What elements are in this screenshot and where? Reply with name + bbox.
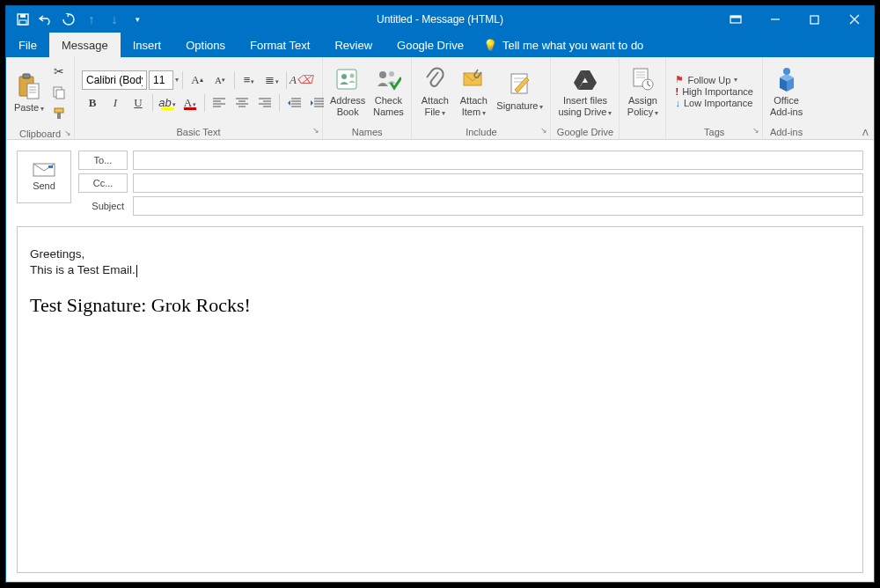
attach-item-icon [459,65,488,93]
group-include: Attach File Attach Item Signature Includ… [412,57,551,139]
tab-message[interactable]: Message [49,33,121,57]
title-bar: ↑ ↓ ▾ Untitled - Message (HTML) [6,6,874,33]
to-button[interactable]: To... [78,151,128,170]
attach-file-button[interactable]: Attach File [415,63,454,119]
minimize-button[interactable] [755,6,795,33]
subject-field[interactable] [133,196,863,216]
high-importance-label: High Importance [682,86,753,97]
collapse-ribbon-icon[interactable]: ᐱ [862,128,869,137]
assign-policy-icon [628,65,656,93]
svg-point-55 [783,68,790,75]
svg-rect-10 [23,74,30,78]
signature-icon [506,70,534,99]
tab-insert[interactable]: Insert [121,33,174,57]
dialog-launcher-icon[interactable]: ↘ [752,126,759,135]
cc-field[interactable] [133,173,863,193]
cc-button[interactable]: Cc... [78,173,128,193]
font-size-combo[interactable] [149,70,173,90]
paste-icon [15,72,43,100]
font-name-combo[interactable] [82,70,147,90]
check-names-icon [374,65,402,93]
address-book-button[interactable]: Address Book [326,63,369,119]
save-icon[interactable] [11,6,34,33]
tab-options[interactable]: Options [173,33,238,57]
qat-customize-icon[interactable]: ▾ [126,6,149,33]
grow-font-icon[interactable]: A▴ [187,70,208,90]
low-importance-icon: ↓ [675,98,680,108]
font-color-icon[interactable]: A [180,93,201,113]
low-importance-button[interactable]: ↓Low Importance [675,98,752,108]
copy-icon[interactable] [50,84,68,101]
align-right-icon[interactable] [254,93,275,113]
assign-policy-label: Assign Policy [627,95,658,117]
attach-file-label: Attach File [422,95,449,117]
next-item-icon: ↓ [103,6,126,33]
high-importance-icon: ! [675,86,678,97]
undo-icon[interactable] [34,6,57,33]
group-label-gdrive: Google Drive [557,127,613,137]
group-label-addins: Add-ins [770,127,803,137]
follow-up-button[interactable]: ⚑Follow Up▾ [675,74,752,85]
svg-point-40 [341,74,347,79]
insert-drive-label: Insert files using Drive [558,95,612,117]
paste-button[interactable]: Paste [10,70,48,115]
align-center-icon[interactable] [231,93,253,113]
window-title: Untitled - Message (HTML) [377,13,503,26]
tab-file[interactable]: File [6,33,49,57]
group-basic-text: ▾ A▴ A▾ ≡ ≣ A⌫ B I U [75,57,323,139]
tab-google-drive[interactable]: Google Drive [385,33,476,57]
group-clipboard: Paste ✂ Clipboard↘ [6,57,75,139]
to-field[interactable] [133,151,863,170]
signature-button[interactable]: Signature [493,69,546,114]
italic-button[interactable]: I [105,93,126,113]
svg-rect-17 [55,108,63,113]
decrease-indent-icon[interactable] [283,93,304,113]
svg-rect-1 [20,14,26,18]
tab-review[interactable]: Review [322,33,385,57]
align-left-icon[interactable] [209,93,230,113]
ribbon-tabs: File Message Insert Options Format Text … [6,33,874,57]
underline-button[interactable]: U [128,93,149,113]
prev-item-icon: ↑ [80,6,103,33]
dialog-launcher-icon[interactable]: ↘ [540,126,547,135]
check-names-button[interactable]: Check Names [369,63,407,119]
office-addins-button[interactable]: Office Add-ins [766,63,806,119]
insert-drive-button[interactable]: Insert files using Drive [554,63,615,119]
svg-rect-6 [810,16,818,24]
svg-rect-2 [19,20,26,25]
numbering-icon[interactable]: ≣ [261,70,282,90]
ribbon-display-icon[interactable] [715,6,755,33]
format-painter-icon[interactable] [50,105,68,122]
group-addins: Office Add-ins Add-ins [763,57,810,139]
window-controls [715,6,874,33]
tab-format-text[interactable]: Format Text [238,33,322,57]
svg-point-43 [389,71,394,77]
svg-rect-16 [56,90,64,99]
send-button[interactable]: Send [17,151,71,203]
group-label-names: Names [352,127,383,137]
signature-label: Signature [496,100,543,112]
dialog-launcher-icon[interactable]: ↘ [312,126,319,135]
body-line: Greetings, [30,246,850,262]
clear-formatting-icon[interactable]: A⌫ [290,70,312,90]
assign-policy-button[interactable]: Assign Policy [623,63,662,119]
high-importance-button[interactable]: !High Importance [675,86,752,97]
maximize-button[interactable] [795,6,834,33]
bullets-icon[interactable]: ≡ [238,70,260,90]
dialog-launcher-icon[interactable]: ↘ [64,129,71,137]
group-assign-policy: Assign Policy [620,57,666,139]
svg-point-41 [350,73,355,77]
lightbulb-icon: 💡 [483,39,497,52]
shrink-font-icon[interactable]: A▾ [209,70,231,90]
group-label-clipboard: Clipboard [19,129,61,139]
redo-icon[interactable] [57,6,80,33]
group-names: Address Book Check Names Names [323,57,412,139]
cut-icon[interactable]: ✂ [50,62,68,80]
paperclip-icon [421,65,449,93]
tell-me-search[interactable]: 💡 Tell me what you want to do [483,33,643,57]
close-button[interactable] [834,6,874,33]
bold-button[interactable]: B [82,93,103,113]
highlight-color-icon[interactable]: ab [157,93,178,113]
message-body[interactable]: Greetings, This is a Test Email. Test Si… [17,226,863,573]
attach-item-button[interactable]: Attach Item [454,63,493,119]
